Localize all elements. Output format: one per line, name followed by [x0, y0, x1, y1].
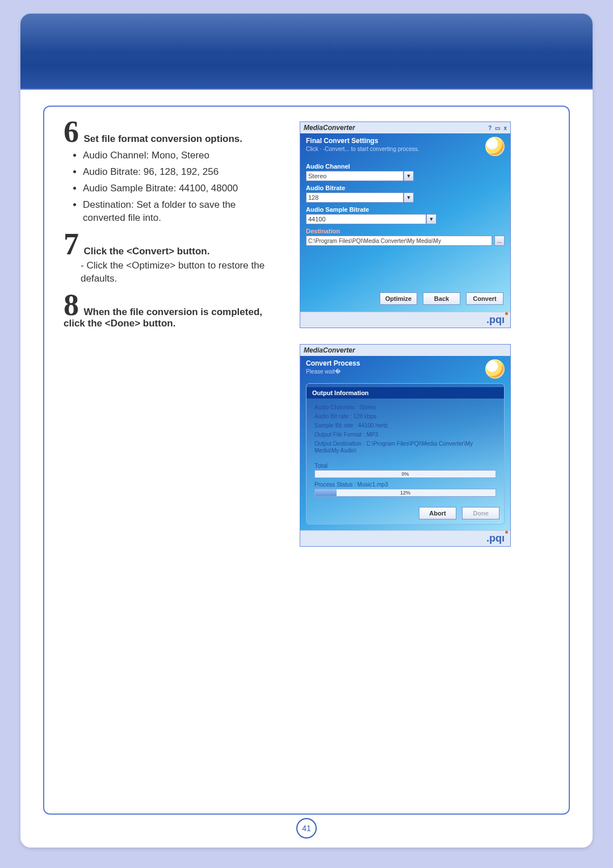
settings-body: Final Convert Settings Click · -Convert.… — [300, 133, 510, 312]
output-info-panel: Output Information Audio Channels : Ster… — [306, 383, 505, 525]
pqi-logo-text: .pqı — [486, 314, 505, 325]
cd-icon — [485, 359, 505, 379]
audio-channel-label: Audio Channel — [306, 163, 508, 170]
settings-window: MediaConverter ? ▭ x Final Convert Setti… — [300, 121, 511, 328]
pqi-logo: .pqı — [486, 532, 505, 544]
audio-channel-input[interactable] — [306, 171, 404, 181]
abort-button[interactable]: Abort — [419, 507, 456, 519]
destination-input[interactable] — [306, 236, 492, 246]
header-band — [20, 14, 593, 90]
settings-heading: Final Convert Settings — [306, 137, 419, 145]
steps-column: 6 Set file format conversion options. Au… — [64, 121, 279, 547]
audio-bitrate-input[interactable] — [306, 192, 404, 203]
info-channels: Audio Channels : Stereo — [314, 404, 496, 411]
screenshots-column: MediaConverter ? ▭ x Final Convert Setti… — [300, 121, 549, 547]
audio-bitrate-label: Audio Bitrate — [306, 184, 508, 191]
step-6-bullets: Audio Channel: Mono, Stereo Audio Bitrat… — [83, 149, 279, 225]
page: 6 Set file format conversion options. Au… — [0, 0, 613, 868]
chevron-down-icon[interactable]: ▼ — [404, 192, 414, 203]
logo-dot-icon — [505, 312, 508, 315]
list-item: Audio Bitrate: 96, 128, 192, 256 — [83, 166, 279, 179]
audio-sample-combo[interactable]: ▼ — [306, 214, 436, 224]
list-item: Audio Sample Bitrate: 44100, 48000 — [83, 182, 279, 195]
step-7-note: - Click the <Optimize> button to restore… — [81, 259, 279, 286]
total-label: Total — [314, 462, 496, 469]
process-subheading: Please wait� — [306, 368, 360, 375]
file-progress-fill — [315, 489, 337, 496]
output-info-heading: Output Information — [306, 387, 504, 399]
app-title: MediaConverter — [304, 346, 355, 354]
pqi-logo: .pqı — [486, 314, 505, 326]
file-progress-pct: 12% — [400, 490, 410, 496]
list-item: Audio Channel: Mono, Stereo — [83, 149, 279, 162]
chevron-down-icon[interactable]: ▼ — [426, 214, 436, 224]
output-info-list: Audio Channels : Stereo Audio Bit rate :… — [306, 399, 504, 460]
optimize-button[interactable]: Optimize — [380, 292, 417, 305]
audio-sample-label: Audio Sample Bitrate — [306, 206, 508, 213]
cd-icon — [485, 137, 505, 156]
process-heading: Convert Process — [306, 359, 360, 367]
done-button[interactable]: Done — [462, 507, 499, 519]
chevron-down-icon[interactable]: ▼ — [404, 171, 414, 181]
audio-sample-input[interactable] — [306, 214, 426, 224]
destination-label: Destination — [306, 228, 508, 234]
info-destination: Output Destination : C:\Program Files\PQ… — [314, 441, 496, 454]
step-8-title: When the file conversion is completed, c… — [64, 307, 262, 329]
file-progress-bar: 12% — [314, 489, 496, 497]
process-status-label: Process Status : Music1.mp3 — [314, 481, 496, 488]
process-titlebar: MediaConverter — [300, 345, 510, 356]
audio-channel-combo[interactable]: ▼ — [306, 171, 414, 181]
step-7: 7 Click the <Convert> button. - Click th… — [64, 234, 279, 286]
info-sample: Sample Bit rate : 44100 hertz — [314, 422, 496, 429]
page-number: 41 — [302, 824, 311, 833]
minimize-icon[interactable]: ▭ — [495, 125, 500, 131]
browse-button[interactable]: ... — [494, 236, 505, 246]
app-title: MediaConverter — [304, 124, 355, 132]
help-icon[interactable]: ? — [488, 125, 492, 131]
total-progress-bar: 0% — [314, 470, 496, 478]
settings-titlebar: MediaConverter ? ▭ x — [300, 122, 510, 133]
info-bitrate: Audio Bit rate : 128 kbps — [314, 413, 496, 420]
info-format: Output File Format : MP3 — [314, 431, 496, 438]
step-6: 6 Set file format conversion options. Au… — [64, 121, 279, 225]
convert-button[interactable]: Convert — [466, 292, 503, 305]
process-body: Convert Process Please wait� Output Info… — [300, 356, 510, 530]
step-8-number: 8 — [64, 288, 79, 322]
process-window: MediaConverter Convert Process Please wa… — [300, 344, 511, 547]
back-button[interactable]: Back — [423, 292, 460, 305]
step-6-number: 6 — [64, 115, 79, 149]
document-card: 6 Set file format conversion options. Au… — [20, 14, 593, 848]
step-6-title: Set file format conversion options. — [83, 133, 242, 144]
page-number-badge: 41 — [296, 818, 317, 838]
total-progress-pct: 0% — [401, 471, 409, 477]
settings-subheading: Click · -Convert... to start converting … — [306, 146, 419, 152]
step-7-number: 7 — [64, 227, 79, 261]
list-item: Destination: Set a folder to save the co… — [83, 199, 279, 225]
close-icon[interactable]: x — [503, 125, 507, 131]
logo-dot-icon — [505, 531, 508, 534]
step-7-title: Click the <Convert> button. — [83, 246, 209, 257]
pqi-logo-text: .pqı — [486, 532, 505, 544]
content-area: 6 Set file format conversion options. Au… — [20, 90, 593, 848]
step-8: 8 When the file conversion is completed,… — [64, 295, 279, 329]
audio-bitrate-combo[interactable]: ▼ — [306, 192, 414, 203]
